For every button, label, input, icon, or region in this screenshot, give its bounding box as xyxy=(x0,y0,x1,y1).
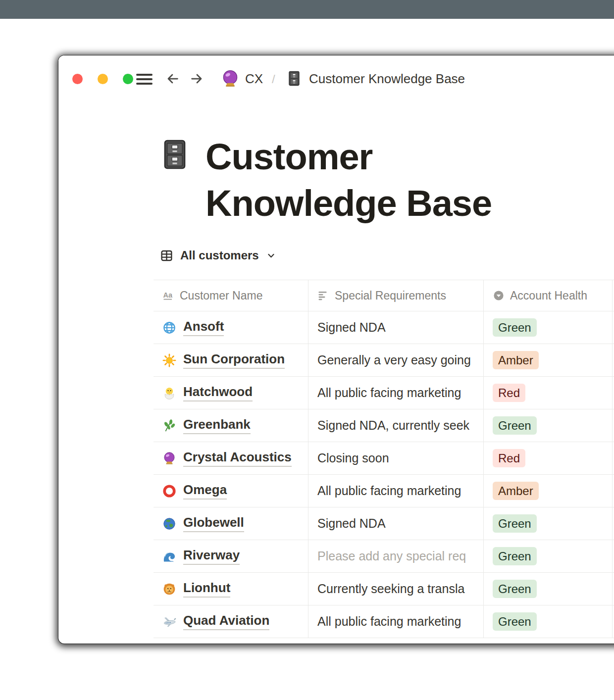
requirements-text: Closing soon xyxy=(317,451,389,465)
health-badge: Amber xyxy=(493,482,539,500)
special-requirements-cell[interactable]: Please add any special req xyxy=(308,540,484,572)
account-health-cell[interactable]: Green xyxy=(484,540,613,572)
account-health-cell[interactable]: Red xyxy=(484,377,613,409)
minimize-traffic-light[interactable] xyxy=(98,74,108,84)
account-health-cell[interactable]: Green xyxy=(484,409,613,442)
view-label: All customers xyxy=(180,249,259,262)
table-header: Aa Customer Name Special Requirements Ac… xyxy=(154,280,614,311)
special-requirements-cell[interactable]: Signed NDA xyxy=(308,507,484,540)
customer-name-link[interactable]: Greenbank xyxy=(183,417,251,434)
special-requirements-cell[interactable]: Currently seeking a transla xyxy=(308,573,484,605)
health-badge: Green xyxy=(493,318,537,337)
wave-icon xyxy=(162,550,176,563)
back-arrow-icon[interactable] xyxy=(165,71,180,86)
customer-name-link[interactable]: Hatchwood xyxy=(183,384,253,401)
table-row: Greenbank Signed NDA, currently seek Gre… xyxy=(154,409,614,442)
crystal-ball-icon xyxy=(162,451,176,465)
zoom-traffic-light[interactable] xyxy=(123,74,133,84)
special-requirements-cell[interactable]: All public facing marketing xyxy=(308,605,484,638)
requirements-text: All public facing marketing xyxy=(317,614,461,629)
menu-icon[interactable] xyxy=(136,74,153,85)
account-health-cell[interactable]: Amber xyxy=(484,344,613,376)
requirements-text: Signed NDA xyxy=(317,516,386,531)
table-row: Sun Corporation Generally a very easy go… xyxy=(154,344,614,377)
customer-name-link[interactable]: Omega xyxy=(183,482,227,500)
table-row: Omega All public facing marketing Amber xyxy=(154,475,614,507)
account-health-cell[interactable]: Green xyxy=(484,605,613,638)
column-header-special-requirements[interactable]: Special Requirements xyxy=(308,280,484,311)
table-row: Ansoft Signed NDA Green xyxy=(154,311,614,344)
customer-name-cell[interactable]: Hatchwood xyxy=(154,377,308,409)
special-requirements-cell[interactable]: Closing soon xyxy=(308,442,484,474)
file-cabinet-icon xyxy=(286,69,302,88)
chevron-down-icon xyxy=(266,251,276,260)
special-requirements-cell[interactable]: Signed NDA, currently seek xyxy=(308,409,484,442)
table-body: Ansoft Signed NDA Green Sun Corporation … xyxy=(154,311,614,638)
title-aa-icon: Aa xyxy=(162,290,174,301)
customer-name-cell[interactable]: Sun Corporation xyxy=(154,344,308,376)
requirements-text: All public facing marketing xyxy=(317,484,461,498)
airplane-icon xyxy=(162,615,176,629)
special-requirements-cell[interactable]: Signed NDA xyxy=(308,311,484,344)
customer-name-link[interactable]: Lionhut xyxy=(183,580,230,598)
health-badge: Green xyxy=(493,547,537,566)
account-health-cell[interactable]: Green xyxy=(484,573,613,605)
customer-name-cell[interactable]: Riverway xyxy=(154,540,308,572)
customer-name-cell[interactable]: Globewell xyxy=(154,507,308,540)
health-badge: Green xyxy=(493,612,537,631)
app-window: CX / Customer Knowledge Base Customer Kn… xyxy=(58,55,614,644)
customer-name-cell[interactable]: Lionhut xyxy=(154,573,308,605)
special-requirements-cell[interactable]: All public facing marketing xyxy=(308,475,484,507)
requirements-text: Please add any special req xyxy=(317,549,466,563)
customer-name-cell[interactable]: Crystal Acoustics xyxy=(154,442,308,474)
special-requirements-cell[interactable]: All public facing marketing xyxy=(308,377,484,409)
table-row: Hatchwood All public facing marketing Re… xyxy=(154,377,614,409)
svg-text:Aa: Aa xyxy=(163,291,173,299)
window-titlebar: CX / Customer Knowledge Base xyxy=(58,55,614,102)
customer-name-cell[interactable]: Greenbank xyxy=(154,409,308,442)
customer-name-link[interactable]: Ansoft xyxy=(183,319,224,336)
customer-name-link[interactable]: Sun Corporation xyxy=(183,351,285,369)
customer-name-cell[interactable]: Ansoft xyxy=(154,311,308,344)
column-label: Account Health xyxy=(510,289,587,302)
table-row: Quad Aviation All public facing marketin… xyxy=(154,605,614,638)
close-traffic-light[interactable] xyxy=(72,74,83,84)
view-selector[interactable]: All customers xyxy=(160,249,276,262)
column-header-account-health[interactable]: Account Health xyxy=(484,280,613,311)
lion-icon xyxy=(162,582,176,596)
text-lines-icon xyxy=(317,290,329,301)
customers-table: Aa Customer Name Special Requirements Ac… xyxy=(154,280,614,638)
table-row: Globewell Signed NDA Green xyxy=(154,507,614,540)
account-health-cell[interactable]: Green xyxy=(484,507,613,540)
column-label: Customer Name xyxy=(180,289,262,302)
customer-name-cell[interactable]: Quad Aviation xyxy=(154,605,308,638)
customer-name-link[interactable]: Crystal Acoustics xyxy=(183,450,292,467)
account-health-cell[interactable]: Red xyxy=(484,442,613,474)
select-circle-icon xyxy=(493,290,505,301)
red-circle-icon xyxy=(162,484,176,498)
forward-arrow-icon[interactable] xyxy=(189,71,204,86)
table-view-icon xyxy=(160,249,173,262)
column-header-customer-name[interactable]: Aa Customer Name xyxy=(154,280,308,311)
account-health-cell[interactable]: Green xyxy=(484,311,613,344)
account-health-cell[interactable]: Amber xyxy=(484,475,613,507)
globe-meridians-icon xyxy=(162,321,176,335)
herb-icon xyxy=(162,419,176,433)
customer-name-link[interactable]: Globewell xyxy=(183,515,244,532)
page-title[interactable]: Customer Knowledge Base xyxy=(205,134,532,227)
health-badge: Green xyxy=(493,416,537,435)
customer-name-cell[interactable]: Omega xyxy=(154,475,308,507)
breadcrumb-page[interactable]: Customer Knowledge Base xyxy=(309,71,465,86)
special-requirements-cell[interactable]: Generally a very easy going xyxy=(308,344,484,376)
traffic-lights xyxy=(72,74,133,84)
page-icon-file-cabinet[interactable] xyxy=(159,136,191,173)
requirements-text: Signed NDA, currently seek xyxy=(317,418,469,433)
health-badge: Green xyxy=(493,514,537,533)
health-badge: Amber xyxy=(493,351,539,370)
customer-name-link[interactable]: Quad Aviation xyxy=(183,613,269,630)
requirements-text: Generally a very easy going xyxy=(317,353,471,367)
crystal-ball-icon xyxy=(221,69,240,89)
customer-name-link[interactable]: Riverway xyxy=(183,548,240,565)
breadcrumb-workspace[interactable]: CX xyxy=(245,71,263,86)
health-badge: Red xyxy=(493,449,525,468)
